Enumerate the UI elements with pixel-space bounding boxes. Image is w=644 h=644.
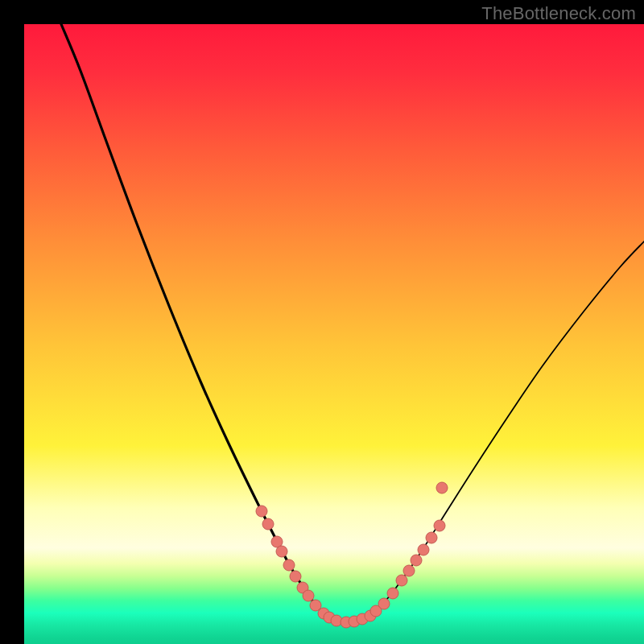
- watermark-text: TheBottleneck.com: [481, 3, 636, 24]
- chart-container: TheBottleneck.com: [0, 0, 644, 644]
- data-marker: [436, 482, 448, 493]
- data-marker: [418, 544, 429, 555]
- data-marker: [303, 590, 314, 601]
- bottleneck-curve-left: [61, 24, 351, 621]
- data-marker: [276, 546, 287, 557]
- data-marker: [290, 571, 301, 582]
- curve-layer: [24, 24, 644, 644]
- data-marker: [403, 565, 415, 576]
- data-marker: [387, 588, 398, 599]
- data-markers: [256, 482, 448, 628]
- data-marker: [426, 532, 437, 543]
- data-marker: [262, 518, 274, 530]
- plot-area: [24, 24, 644, 644]
- data-marker: [378, 598, 390, 609]
- data-marker: [434, 520, 445, 531]
- data-marker: [411, 555, 422, 566]
- bottleneck-curve-right: [335, 242, 644, 621]
- data-marker: [396, 575, 407, 586]
- data-marker: [256, 506, 267, 517]
- data-marker: [283, 559, 295, 571]
